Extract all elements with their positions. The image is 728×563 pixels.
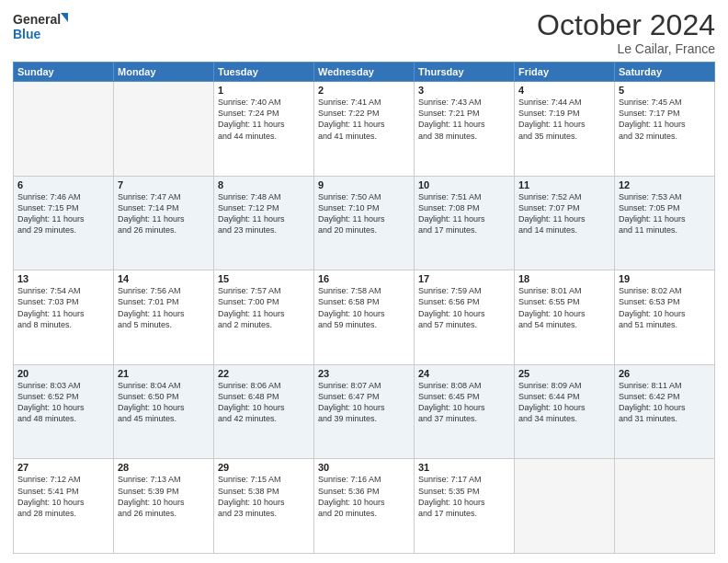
cell-content: Sunrise: 7:53 AM Sunset: 7:05 PM Dayligh…	[619, 191, 711, 236]
table-cell: 4Sunrise: 7:44 AM Sunset: 7:19 PM Daylig…	[515, 82, 615, 177]
day-number: 18	[518, 273, 610, 284]
day-number: 11	[518, 179, 610, 190]
table-cell: 8Sunrise: 7:48 AM Sunset: 7:12 PM Daylig…	[214, 176, 314, 270]
cell-content: Sunrise: 7:59 AM Sunset: 6:56 PM Dayligh…	[418, 285, 510, 330]
cell-content: Sunrise: 7:46 AM Sunset: 7:15 PM Dayligh…	[17, 191, 109, 236]
cell-content: Sunrise: 7:47 AM Sunset: 7:14 PM Dayligh…	[118, 191, 210, 236]
day-number: 5	[619, 85, 711, 96]
col-thursday: Thursday	[415, 63, 515, 82]
week-row-4: 20Sunrise: 8:03 AM Sunset: 6:52 PM Dayli…	[14, 364, 715, 459]
table-cell: 23Sunrise: 8:07 AM Sunset: 6:47 PM Dayli…	[314, 364, 415, 459]
cell-content: Sunrise: 7:13 AM Sunset: 5:39 PM Dayligh…	[118, 474, 210, 519]
location: Le Cailar, France	[537, 41, 715, 56]
col-wednesday: Wednesday	[314, 63, 415, 82]
col-friday: Friday	[515, 63, 615, 82]
svg-text:Blue: Blue	[13, 27, 41, 41]
cell-content: Sunrise: 8:06 AM Sunset: 6:48 PM Dayligh…	[218, 380, 310, 425]
day-number: 16	[318, 273, 410, 284]
cell-content: Sunrise: 8:04 AM Sunset: 6:50 PM Dayligh…	[118, 380, 210, 425]
week-row-3: 13Sunrise: 7:54 AM Sunset: 7:03 PM Dayli…	[14, 270, 715, 365]
cell-content: Sunrise: 7:57 AM Sunset: 7:00 PM Dayligh…	[218, 285, 310, 330]
table-cell: 1Sunrise: 7:40 AM Sunset: 7:24 PM Daylig…	[214, 82, 314, 177]
calendar-header-row: Sunday Monday Tuesday Wednesday Thursday…	[14, 63, 715, 82]
week-row-1: 1Sunrise: 7:40 AM Sunset: 7:24 PM Daylig…	[14, 82, 715, 177]
cell-content: Sunrise: 7:50 AM Sunset: 7:10 PM Dayligh…	[318, 191, 410, 236]
col-saturday: Saturday	[615, 63, 715, 82]
table-cell	[515, 459, 615, 554]
calendar-table: Sunday Monday Tuesday Wednesday Thursday…	[13, 62, 715, 554]
col-sunday: Sunday	[14, 63, 114, 82]
table-cell: 10Sunrise: 7:51 AM Sunset: 7:08 PM Dayli…	[415, 176, 515, 270]
cell-content: Sunrise: 7:12 AM Sunset: 5:41 PM Dayligh…	[17, 474, 109, 519]
cell-content: Sunrise: 8:03 AM Sunset: 6:52 PM Dayligh…	[17, 380, 109, 425]
table-cell: 9Sunrise: 7:50 AM Sunset: 7:10 PM Daylig…	[314, 176, 415, 270]
table-cell: 27Sunrise: 7:12 AM Sunset: 5:41 PM Dayli…	[14, 459, 114, 554]
cell-content: Sunrise: 7:52 AM Sunset: 7:07 PM Dayligh…	[518, 191, 610, 236]
table-cell: 20Sunrise: 8:03 AM Sunset: 6:52 PM Dayli…	[14, 364, 114, 459]
table-cell: 5Sunrise: 7:45 AM Sunset: 7:17 PM Daylig…	[615, 82, 715, 177]
cell-content: Sunrise: 7:45 AM Sunset: 7:17 PM Dayligh…	[619, 97, 711, 142]
table-cell: 13Sunrise: 7:54 AM Sunset: 7:03 PM Dayli…	[14, 270, 114, 365]
svg-text:General: General	[13, 12, 61, 27]
table-cell: 22Sunrise: 8:06 AM Sunset: 6:48 PM Dayli…	[214, 364, 314, 459]
col-monday: Monday	[114, 63, 214, 82]
table-cell: 29Sunrise: 7:15 AM Sunset: 5:38 PM Dayli…	[214, 459, 314, 554]
cell-content: Sunrise: 7:51 AM Sunset: 7:08 PM Dayligh…	[418, 191, 510, 236]
day-number: 1	[218, 85, 310, 96]
day-number: 17	[418, 273, 510, 284]
table-cell	[615, 459, 715, 554]
cell-content: Sunrise: 7:17 AM Sunset: 5:35 PM Dayligh…	[418, 474, 510, 519]
table-cell: 16Sunrise: 7:58 AM Sunset: 6:58 PM Dayli…	[314, 270, 415, 365]
day-number: 22	[218, 368, 310, 379]
table-cell: 31Sunrise: 7:17 AM Sunset: 5:35 PM Dayli…	[415, 459, 515, 554]
week-row-2: 6Sunrise: 7:46 AM Sunset: 7:15 PM Daylig…	[14, 176, 715, 270]
table-cell: 24Sunrise: 8:08 AM Sunset: 6:45 PM Dayli…	[415, 364, 515, 459]
day-number: 13	[17, 273, 109, 284]
day-number: 10	[418, 179, 510, 190]
day-number: 8	[218, 179, 310, 190]
table-cell: 17Sunrise: 7:59 AM Sunset: 6:56 PM Dayli…	[415, 270, 515, 365]
table-cell: 19Sunrise: 8:02 AM Sunset: 6:53 PM Dayli…	[615, 270, 715, 365]
table-cell: 26Sunrise: 8:11 AM Sunset: 6:42 PM Dayli…	[615, 364, 715, 459]
cell-content: Sunrise: 8:01 AM Sunset: 6:55 PM Dayligh…	[518, 285, 610, 330]
cell-content: Sunrise: 7:40 AM Sunset: 7:24 PM Dayligh…	[218, 97, 310, 142]
table-cell: 18Sunrise: 8:01 AM Sunset: 6:55 PM Dayli…	[515, 270, 615, 365]
cell-content: Sunrise: 8:09 AM Sunset: 6:44 PM Dayligh…	[518, 380, 610, 425]
svg-marker-2	[61, 13, 68, 22]
day-number: 20	[17, 368, 109, 379]
cell-content: Sunrise: 8:08 AM Sunset: 6:45 PM Dayligh…	[418, 380, 510, 425]
table-cell: 12Sunrise: 7:53 AM Sunset: 7:05 PM Dayli…	[615, 176, 715, 270]
table-cell: 7Sunrise: 7:47 AM Sunset: 7:14 PM Daylig…	[114, 176, 214, 270]
week-row-5: 27Sunrise: 7:12 AM Sunset: 5:41 PM Dayli…	[14, 459, 715, 554]
cell-content: Sunrise: 7:41 AM Sunset: 7:22 PM Dayligh…	[318, 97, 410, 142]
cell-content: Sunrise: 8:07 AM Sunset: 6:47 PM Dayligh…	[318, 380, 410, 425]
day-number: 12	[619, 179, 711, 190]
day-number: 31	[418, 462, 510, 473]
table-cell: 28Sunrise: 7:13 AM Sunset: 5:39 PM Dayli…	[114, 459, 214, 554]
day-number: 23	[318, 368, 410, 379]
day-number: 14	[118, 273, 210, 284]
cell-content: Sunrise: 8:02 AM Sunset: 6:53 PM Dayligh…	[619, 285, 711, 330]
logo-svg: General Blue	[13, 9, 68, 44]
cell-content: Sunrise: 7:44 AM Sunset: 7:19 PM Dayligh…	[518, 97, 610, 142]
cell-content: Sunrise: 7:48 AM Sunset: 7:12 PM Dayligh…	[218, 191, 310, 236]
table-cell: 11Sunrise: 7:52 AM Sunset: 7:07 PM Dayli…	[515, 176, 615, 270]
day-number: 2	[318, 85, 410, 96]
day-number: 19	[619, 273, 711, 284]
day-number: 24	[418, 368, 510, 379]
day-number: 25	[518, 368, 610, 379]
table-cell: 6Sunrise: 7:46 AM Sunset: 7:15 PM Daylig…	[14, 176, 114, 270]
cell-content: Sunrise: 8:11 AM Sunset: 6:42 PM Dayligh…	[619, 380, 711, 425]
day-number: 6	[17, 179, 109, 190]
table-cell: 15Sunrise: 7:57 AM Sunset: 7:00 PM Dayli…	[214, 270, 314, 365]
cell-content: Sunrise: 7:54 AM Sunset: 7:03 PM Dayligh…	[17, 285, 109, 330]
day-number: 21	[118, 368, 210, 379]
day-number: 26	[619, 368, 711, 379]
cell-content: Sunrise: 7:16 AM Sunset: 5:36 PM Dayligh…	[318, 474, 410, 519]
day-number: 28	[118, 462, 210, 473]
day-number: 7	[118, 179, 210, 190]
logo: General Blue	[13, 9, 68, 44]
day-number: 9	[318, 179, 410, 190]
day-number: 3	[418, 85, 510, 96]
header: General Blue October 2024 Le Cailar, Fra…	[13, 9, 715, 56]
